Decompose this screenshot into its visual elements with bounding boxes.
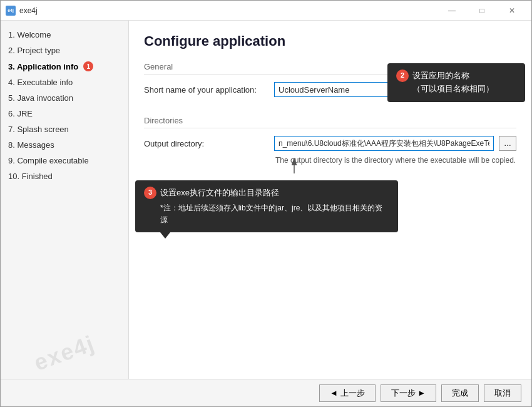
tooltip-2: 2 设置应用的名称 （可以项目名称相同） bbox=[387, 63, 525, 102]
minimize-button[interactable]: — bbox=[437, 2, 466, 19]
output-dir-input[interactable] bbox=[274, 136, 494, 151]
directories-section-label: Directories bbox=[144, 116, 516, 128]
callout-2: 2 bbox=[396, 70, 409, 82]
tooltip-3: 3 设置exe执行文件的输出目录路径 *注：地址后续还须存入lib文件中的jar… bbox=[135, 180, 398, 232]
sidebar-item-welcome[interactable]: 1. Welcome bbox=[1, 27, 128, 43]
title-bar-controls: — □ ✕ bbox=[437, 2, 526, 19]
sidebar: 1. Welcome 2. Project type 3. Applicatio… bbox=[1, 21, 129, 379]
callout-3: 3 bbox=[144, 187, 156, 199]
sidebar-item-finished[interactable]: 10. Finished bbox=[1, 168, 128, 184]
tooltip3-line2: *注：地址后续还须存入lib文件中的jar、jre、以及其他项目相关的资源 bbox=[160, 202, 389, 226]
directories-section: Directories Output directory: … bbox=[144, 116, 516, 165]
maximize-button[interactable]: □ bbox=[468, 2, 496, 19]
page-title: Configure application bbox=[144, 33, 516, 49]
tooltip3-line1: 设置exe执行文件的输出目录路径 bbox=[160, 187, 389, 200]
tooltip3-arrow bbox=[160, 232, 170, 239]
sidebar-item-messages[interactable]: 8. Messages bbox=[1, 137, 128, 153]
output-dir-label: Output directory: bbox=[144, 139, 269, 148]
sidebar-item-java-invocation[interactable]: 5. Java invocation bbox=[1, 90, 128, 106]
title-bar: e4j exe4j — □ ✕ bbox=[1, 1, 531, 21]
next-button[interactable]: 下一步 ► bbox=[381, 384, 436, 402]
close-button[interactable]: ✕ bbox=[498, 2, 526, 19]
main-content: 1. Welcome 2. Project type 3. Applicatio… bbox=[1, 21, 531, 379]
sidebar-item-application-info[interactable]: 3. Application info 1 bbox=[1, 58, 128, 75]
prev-button[interactable]: ◄ 上一步 bbox=[319, 384, 375, 402]
sidebar-item-project-type[interactable]: 2. Project type bbox=[1, 43, 128, 58]
content-area: Configure application General Short name… bbox=[129, 21, 531, 379]
sidebar-item-jre[interactable]: 6. JRE bbox=[1, 106, 128, 121]
application-info-badge: 1 bbox=[83, 61, 93, 71]
output-dir-row: Output directory: … bbox=[144, 136, 516, 151]
main-window: e4j exe4j — □ ✕ 1. Welcome 2. Project ty… bbox=[0, 0, 532, 407]
window-title: exe4j bbox=[19, 6, 38, 15]
sidebar-item-executable-info[interactable]: 4. Executable info bbox=[1, 75, 128, 90]
arrow-svg bbox=[288, 155, 338, 180]
short-name-label: Short name of your application: bbox=[144, 85, 269, 95]
sidebar-item-compile-executable[interactable]: 9. Compile executable bbox=[1, 153, 128, 168]
cancel-button[interactable]: 取消 bbox=[484, 384, 521, 402]
tooltip2-line2: （可以项目名称相同） bbox=[412, 83, 494, 96]
tooltip2-line1: 设置应用的名称 bbox=[412, 70, 494, 83]
browse-button[interactable]: … bbox=[499, 136, 516, 151]
footer-bar: ◄ 上一步 下一步 ► 完成 取消 bbox=[1, 379, 531, 406]
title-bar-left: e4j exe4j bbox=[6, 6, 38, 16]
app-icon: e4j bbox=[6, 6, 16, 16]
sidebar-watermark: exe4j bbox=[1, 319, 129, 379]
sidebar-item-splash-screen[interactable]: 7. Splash screen bbox=[1, 121, 128, 137]
finish-button[interactable]: 完成 bbox=[441, 384, 479, 402]
